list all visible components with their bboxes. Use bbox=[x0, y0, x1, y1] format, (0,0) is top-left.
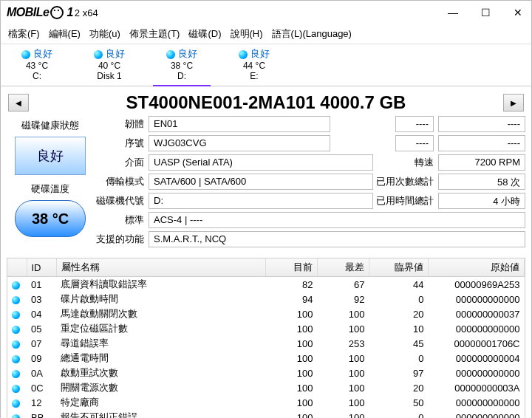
disk-slot: C: bbox=[1, 71, 73, 81]
menu-help[interactable]: 說明(H) bbox=[228, 26, 266, 42]
cell-threshold: 97 bbox=[369, 366, 429, 380]
cell-threshold: 10 bbox=[369, 321, 429, 336]
col-name[interactable]: 屬性名稱 bbox=[56, 258, 266, 277]
smart-table-wrap[interactable]: ID 屬性名稱 目前 最差 臨界値 原始値 01底層資料讀取錯誤率8267440… bbox=[7, 258, 525, 418]
dash-cell-4: ---- bbox=[438, 135, 525, 151]
table-row[interactable]: BB報告不可糾正錯誤1001000000000000000 bbox=[7, 410, 525, 418]
powercount-label: 已用次數總計 bbox=[373, 175, 438, 188]
cell-id: 03 bbox=[27, 292, 56, 306]
standard-label: 標準 bbox=[94, 213, 149, 227]
menu-function[interactable]: 功能(u) bbox=[86, 26, 123, 42]
disk-slot: Disk 1 bbox=[73, 71, 146, 81]
next-disk-button[interactable]: ► bbox=[503, 94, 524, 112]
row-status-icon bbox=[12, 326, 20, 334]
menu-language[interactable]: 語言(L)(Language) bbox=[269, 26, 355, 42]
cell-threshold: 45 bbox=[369, 336, 429, 351]
disk-tab-3[interactable]: 良好44 °CE: bbox=[218, 44, 290, 86]
col-id[interactable]: ID bbox=[27, 258, 56, 277]
cell-id: 12 bbox=[27, 395, 56, 410]
title-suffix: 2 x64 bbox=[75, 7, 98, 18]
cell-raw: 00000969A253 bbox=[429, 277, 525, 292]
row-status-icon bbox=[12, 355, 20, 363]
disk-temp: 43 °C bbox=[1, 61, 73, 71]
cell-raw: 000000000000 bbox=[429, 410, 525, 418]
smart-table: ID 屬性名稱 目前 最差 臨界値 原始値 01底層資料讀取錯誤率8267440… bbox=[7, 258, 525, 418]
status-dot-icon bbox=[21, 50, 30, 59]
disk-tab-2[interactable]: 良好38 °CD: bbox=[146, 44, 218, 86]
cell-id: 05 bbox=[27, 321, 56, 336]
disk-temp: 44 °C bbox=[218, 61, 290, 71]
cell-threshold: 0 bbox=[369, 351, 429, 366]
table-row[interactable]: 09總通電時間1001000000000000004 bbox=[7, 351, 525, 366]
status-dot-icon bbox=[94, 50, 103, 59]
model-title: ST4000NE001-2MA101 4000.7 GB bbox=[29, 92, 503, 113]
table-row[interactable]: 01底層資料讀取錯誤率82674400000969A253 bbox=[7, 277, 525, 292]
maximize-button[interactable]: ☐ bbox=[478, 7, 493, 18]
col-current[interactable]: 目前 bbox=[266, 258, 318, 277]
cell-name: 重定位磁區計數 bbox=[56, 321, 266, 336]
cell-current: 94 bbox=[266, 292, 318, 306]
cell-threshold: 44 bbox=[369, 277, 429, 292]
temp-label: 硬碟溫度 bbox=[7, 182, 94, 196]
transfer-label: 傳輸模式 bbox=[94, 175, 149, 188]
menu-edit[interactable]: 編輯(E) bbox=[46, 26, 83, 42]
drive-value: D: bbox=[149, 193, 373, 209]
cell-raw: 000000000000 bbox=[429, 395, 525, 410]
info-grid: 韌體 EN01 ---- ---- 序號 WJG03CVG ---- ---- … bbox=[94, 116, 525, 250]
temp-badge[interactable]: 38 °C bbox=[15, 200, 86, 237]
transfer-value: SATA/600 | SATA/600 bbox=[149, 174, 373, 190]
menu-file[interactable]: 檔案(F) bbox=[5, 26, 43, 42]
drive-label: 磁碟機代號 bbox=[94, 194, 149, 208]
table-row[interactable]: 0A啟動重試次數10010097000000000000 bbox=[7, 366, 525, 380]
titlebar: MOBILe1 2 x64 — ☐ ✕ bbox=[1, 1, 531, 24]
disk-tab-0[interactable]: 良好43 °CC: bbox=[1, 44, 73, 86]
cell-current: 82 bbox=[266, 277, 318, 292]
dash-cell-1: ---- bbox=[395, 116, 434, 132]
table-row[interactable]: 05重定位磁區計數10010010000000000000 bbox=[7, 321, 525, 336]
cell-id: BB bbox=[27, 410, 56, 418]
cell-raw: 00000001706C bbox=[429, 336, 525, 351]
cell-worst: 100 bbox=[318, 351, 369, 366]
col-raw[interactable]: 原始値 bbox=[429, 258, 525, 277]
cell-current: 100 bbox=[266, 321, 318, 336]
col-threshold[interactable]: 臨界値 bbox=[369, 258, 429, 277]
table-row[interactable]: 03碟片啟動時間94920000000000000 bbox=[7, 292, 525, 306]
cell-worst: 67 bbox=[318, 277, 369, 292]
cell-current: 100 bbox=[266, 351, 318, 366]
standard-value: ACS-4 | ---- bbox=[149, 212, 525, 228]
window-controls: — ☐ ✕ bbox=[446, 7, 525, 18]
cell-threshold: 0 bbox=[369, 292, 429, 306]
menu-disk[interactable]: 磁碟(D) bbox=[185, 26, 224, 42]
app-logo-tail: 1 bbox=[66, 6, 72, 19]
health-label: 磁碟健康狀態 bbox=[7, 119, 94, 132]
interface-value: UASP (Serial ATA) bbox=[149, 154, 373, 171]
health-badge[interactable]: 良好 bbox=[15, 137, 86, 175]
menubar: 檔案(F) 編輯(E) 功能(u) 佈景主題(T) 磁碟(D) 說明(H) 語言… bbox=[1, 24, 531, 44]
row-status-icon bbox=[12, 414, 20, 418]
table-row[interactable]: 07尋道錯誤率1002534500000001706C bbox=[7, 336, 525, 351]
cell-id: 04 bbox=[27, 306, 56, 321]
powercount-value: 58 次 bbox=[438, 174, 525, 190]
features-value: S.M.A.R.T., NCQ bbox=[149, 231, 525, 247]
cell-worst: 100 bbox=[318, 321, 369, 336]
col-worst[interactable]: 最差 bbox=[318, 258, 369, 277]
cell-current: 100 bbox=[266, 306, 318, 321]
disk-tab-1[interactable]: 良好40 °CDisk 1 bbox=[73, 44, 146, 86]
cell-worst: 100 bbox=[318, 395, 369, 410]
prev-disk-button[interactable]: ◄ bbox=[8, 94, 29, 112]
close-button[interactable]: ✕ bbox=[511, 7, 525, 18]
table-row[interactable]: 0C開關電源次數1001002000000000003A bbox=[7, 380, 525, 395]
row-status-icon bbox=[12, 311, 20, 319]
cell-threshold: 20 bbox=[369, 380, 429, 395]
menu-theme[interactable]: 佈景主題(T) bbox=[126, 26, 183, 42]
table-row[interactable]: 04馬達啟動關閉次數10010020000000000037 bbox=[7, 306, 525, 321]
minimize-button[interactable]: — bbox=[446, 7, 460, 18]
model-header: ◄ ST4000NE001-2MA101 4000.7 GB ► bbox=[1, 86, 531, 116]
col-dot[interactable] bbox=[7, 258, 27, 277]
main-panel: 磁碟健康狀態 良好 硬碟溫度 38 °C 韌體 EN01 ---- ---- 序… bbox=[1, 116, 531, 255]
table-row[interactable]: 12特定廠商10010050000000000000 bbox=[7, 395, 525, 410]
interface-label: 介面 bbox=[94, 156, 149, 169]
cell-current: 100 bbox=[266, 380, 318, 395]
disk-temp: 38 °C bbox=[146, 61, 218, 71]
cell-name: 特定廠商 bbox=[56, 395, 266, 410]
